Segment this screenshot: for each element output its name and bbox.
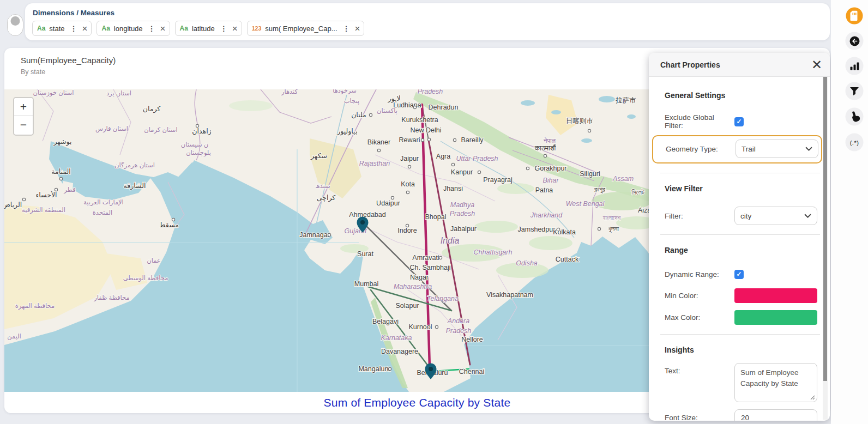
- panel-scrollbar[interactable]: [823, 77, 828, 420]
- min-color-label: Min Color:: [665, 292, 734, 300]
- regex-icon: (.*): [850, 139, 859, 146]
- map-label: سكهر: [310, 152, 327, 160]
- chip-menu-icon[interactable]: ⋮: [148, 25, 155, 33]
- map-label: Jamshedpur: [518, 226, 556, 233]
- map-label: استان يزد: [106, 90, 131, 98]
- geometry-type-select[interactable]: Trail: [736, 140, 818, 158]
- insight-text-label: Text:: [665, 367, 734, 375]
- map-label: الرياض: [4, 201, 22, 209]
- dynamic-range-checkbox[interactable]: ✓: [734, 270, 744, 279]
- city-dot: [435, 325, 438, 328]
- map-label: काठमाडौं: [534, 144, 556, 152]
- text-field-icon: Aa: [180, 25, 188, 32]
- chip-menu-icon[interactable]: ⋮: [343, 25, 350, 33]
- map-label: الشارقة: [124, 182, 146, 190]
- chart-button[interactable]: [846, 57, 864, 75]
- max-color-label: Max Color:: [665, 313, 734, 322]
- map-label: مسقط: [159, 221, 179, 229]
- map-label: Jamnagar: [299, 231, 330, 239]
- map-label: لاہور: [387, 95, 400, 103]
- resize-handle-icon[interactable]: [810, 395, 815, 400]
- text-field-icon: Aa: [101, 25, 110, 32]
- chip-menu-icon[interactable]: ⋮: [220, 25, 227, 33]
- city-dot: [377, 149, 380, 152]
- insight-text-input[interactable]: Sum of Employee Capacity by State: [734, 363, 817, 402]
- map-label: Amravati: [412, 254, 439, 262]
- filter-row: Filter: city: [665, 207, 816, 225]
- storage-button[interactable]: [846, 8, 863, 25]
- geometry-type-row-highlight: Geometry Type: Trail: [652, 135, 822, 163]
- panel-header: Chart Properties ✕: [649, 53, 830, 77]
- map-label: ملتان: [351, 111, 366, 119]
- map-label: Ch. Sambhaji: [409, 264, 450, 271]
- map-label: کراچی: [317, 194, 336, 202]
- font-size-label: Font Size:: [665, 414, 734, 421]
- zoom-out-button[interactable]: −: [14, 116, 33, 134]
- map-label: Prayagraj: [483, 176, 513, 184]
- funnel-icon: [850, 87, 859, 95]
- map-label: Mumbai: [354, 280, 378, 288]
- map-label: زاهدان: [192, 128, 211, 136]
- map-label: Pradesh: [446, 327, 472, 335]
- back-button[interactable]: [846, 32, 864, 50]
- map-label: محافظة ظفار: [93, 294, 129, 302]
- vertical-toggle[interactable]: [7, 14, 23, 36]
- map-label: Jaipur: [400, 155, 419, 162]
- map-label: Indore: [397, 227, 417, 234]
- min-color-swatch[interactable]: [734, 288, 817, 303]
- min-color-row: Min Color:: [665, 288, 816, 303]
- chip-remove-icon[interactable]: ×: [82, 24, 88, 33]
- pointer-button[interactable]: [846, 108, 864, 126]
- map-label: Bihar: [542, 177, 559, 184]
- map-zoom-control: + −: [13, 97, 34, 136]
- chart-properties-panel: Chart Properties ✕ General Settings Excl…: [649, 53, 830, 421]
- map-label: Pradesh: [450, 210, 475, 217]
- toggle-knob: [11, 16, 20, 26]
- map-label: Patna: [535, 186, 553, 194]
- map-label: بوشهر: [53, 138, 71, 146]
- field-chip-sum-employee-cap-[interactable]: 123sum( Employee_Cap...⋮×: [247, 21, 365, 36]
- chip-menu-icon[interactable]: ⋮: [70, 25, 77, 33]
- map-label: Bikaner: [367, 138, 390, 146]
- chip-remove-icon[interactable]: ×: [160, 24, 166, 33]
- zoom-in-button[interactable]: +: [14, 98, 33, 116]
- city-dot: [421, 138, 424, 141]
- city-dot: [172, 218, 174, 221]
- city-dot: [588, 129, 590, 132]
- chart-subtitle: By state: [21, 68, 45, 76]
- chips-row: Aastate⋮×Aalongitude⋮×Aalatitude⋮×123sum…: [32, 21, 364, 36]
- close-icon[interactable]: ✕: [811, 58, 822, 71]
- divider: [660, 234, 820, 235]
- filter-select[interactable]: city: [734, 207, 817, 225]
- exclude-global-filter-checkbox[interactable]: ✓: [734, 117, 744, 126]
- map-label: Jharkhand: [530, 211, 563, 219]
- city-dot: [413, 106, 416, 108]
- chip-remove-icon[interactable]: ×: [355, 24, 360, 33]
- map-label: Kolkata: [553, 228, 576, 236]
- font-size-row: Font Size: 20: [665, 409, 816, 421]
- map-label: Kurukshetra: [401, 116, 438, 124]
- map-label: India: [441, 236, 460, 245]
- map-label: Surat: [357, 250, 373, 258]
- map-label: Udaipur: [376, 199, 400, 207]
- map-label: Davanagere: [381, 348, 418, 355]
- field-chip-label: sum( Employee_Cap...: [265, 25, 337, 33]
- map-label: Cuttack: [556, 256, 579, 263]
- chip-remove-icon[interactable]: ×: [232, 24, 238, 33]
- filter-button[interactable]: [846, 82, 864, 100]
- regex-button[interactable]: (.*): [846, 134, 864, 152]
- field-chip-latitude[interactable]: Aalatitude⋮×: [175, 21, 242, 36]
- field-chip-state[interactable]: Aastate⋮×: [32, 21, 92, 36]
- font-size-input[interactable]: 20: [734, 409, 817, 421]
- geometry-type-row: Geometry Type: Trail: [666, 140, 815, 158]
- chevron-down-icon: [804, 214, 811, 219]
- map-label: Odisha: [516, 259, 538, 267]
- section-view-filter: View Filter: [665, 184, 816, 193]
- chart-title: Sum(Employee_Capacity): [21, 56, 116, 65]
- scrollbar-thumb[interactable]: [823, 77, 827, 381]
- map-label: Rajasthan: [359, 160, 390, 167]
- max-color-swatch[interactable]: [734, 310, 817, 325]
- field-chip-longitude[interactable]: Aalongitude⋮×: [97, 21, 170, 36]
- map-label: 日喀则市: [566, 117, 593, 125]
- map-label: Ahmedabad: [349, 211, 385, 219]
